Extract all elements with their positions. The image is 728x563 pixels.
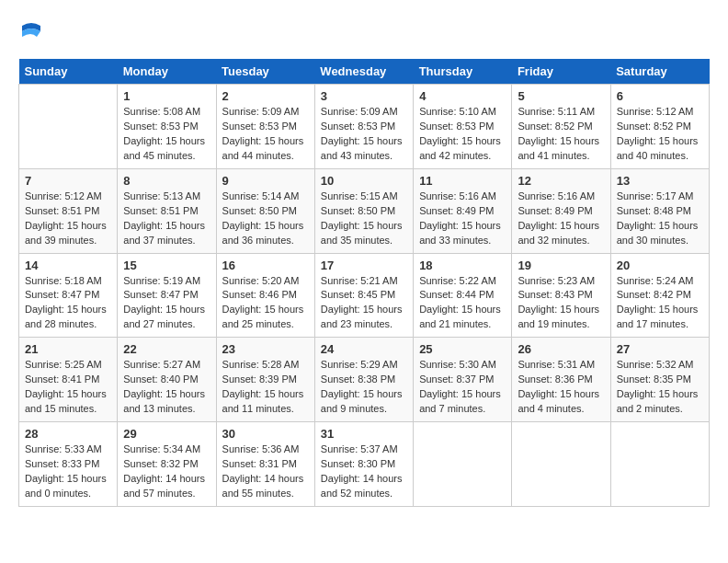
day-info: Sunrise: 5:29 AM Sunset: 8:38 PM Dayligh…	[321, 358, 407, 417]
day-cell: 16Sunrise: 5:20 AM Sunset: 8:46 PM Dayli…	[216, 253, 314, 338]
column-header-saturday: Saturday	[610, 59, 709, 85]
day-number: 15	[123, 259, 210, 272]
day-number: 6	[617, 89, 703, 103]
day-info: Sunrise: 5:12 AM Sunset: 8:51 PM Dayligh…	[25, 190, 111, 248]
week-row-3: 14Sunrise: 5:18 AM Sunset: 8:47 PM Dayli…	[19, 253, 710, 338]
week-row-1: 1Sunrise: 5:08 AM Sunset: 8:53 PM Daylig…	[19, 85, 710, 169]
day-cell: 6Sunrise: 5:12 AM Sunset: 8:52 PM Daylig…	[610, 85, 709, 169]
day-cell: 2Sunrise: 5:09 AM Sunset: 8:53 PM Daylig…	[216, 85, 314, 169]
day-info: Sunrise: 5:15 AM Sunset: 8:50 PM Dayligh…	[321, 190, 407, 248]
day-cell: 1Sunrise: 5:08 AM Sunset: 8:53 PM Daylig…	[118, 85, 216, 169]
day-info: Sunrise: 5:28 AM Sunset: 8:39 PM Dayligh…	[222, 358, 309, 417]
day-number: 12	[518, 174, 604, 188]
day-cell: 5Sunrise: 5:11 AM Sunset: 8:52 PM Daylig…	[512, 85, 610, 169]
day-cell: 31Sunrise: 5:37 AM Sunset: 8:30 PM Dayli…	[314, 422, 413, 507]
day-cell: 3Sunrise: 5:09 AM Sunset: 8:53 PM Daylig…	[314, 85, 413, 169]
day-info: Sunrise: 5:09 AM Sunset: 8:53 PM Dayligh…	[321, 105, 407, 164]
day-info: Sunrise: 5:33 AM Sunset: 8:33 PM Dayligh…	[25, 442, 111, 501]
day-number: 25	[419, 342, 506, 356]
day-number: 27	[617, 342, 703, 356]
day-info: Sunrise: 5:30 AM Sunset: 8:37 PM Dayligh…	[419, 358, 506, 417]
day-number: 28	[25, 427, 111, 441]
day-cell: 14Sunrise: 5:18 AM Sunset: 8:47 PM Dayli…	[19, 253, 118, 338]
day-info: Sunrise: 5:27 AM Sunset: 8:40 PM Dayligh…	[123, 358, 210, 417]
day-cell: 12Sunrise: 5:16 AM Sunset: 8:49 PM Dayli…	[512, 168, 610, 253]
day-info: Sunrise: 5:34 AM Sunset: 8:32 PM Dayligh…	[123, 442, 210, 501]
column-header-sunday: Sunday	[19, 59, 118, 85]
day-number: 16	[222, 259, 309, 272]
day-cell: 11Sunrise: 5:16 AM Sunset: 8:49 PM Dayli…	[414, 168, 512, 253]
day-number: 10	[321, 174, 407, 188]
day-cell: 30Sunrise: 5:36 AM Sunset: 8:31 PM Dayli…	[216, 422, 314, 507]
week-row-5: 28Sunrise: 5:33 AM Sunset: 8:33 PM Dayli…	[19, 422, 710, 507]
week-row-4: 21Sunrise: 5:25 AM Sunset: 8:41 PM Dayli…	[19, 338, 710, 422]
day-info: Sunrise: 5:32 AM Sunset: 8:35 PM Dayligh…	[617, 358, 703, 417]
day-number: 18	[419, 259, 506, 272]
day-info: Sunrise: 5:12 AM Sunset: 8:52 PM Dayligh…	[617, 105, 703, 164]
day-info: Sunrise: 5:25 AM Sunset: 8:41 PM Dayligh…	[25, 358, 111, 417]
day-cell: 7Sunrise: 5:12 AM Sunset: 8:51 PM Daylig…	[19, 168, 118, 253]
day-info: Sunrise: 5:24 AM Sunset: 8:42 PM Dayligh…	[617, 274, 703, 333]
day-info: Sunrise: 5:13 AM Sunset: 8:51 PM Dayligh…	[123, 190, 210, 248]
day-cell: 23Sunrise: 5:28 AM Sunset: 8:39 PM Dayli…	[216, 338, 314, 422]
day-number: 7	[25, 174, 111, 188]
day-number: 20	[617, 259, 703, 272]
day-info: Sunrise: 5:31 AM Sunset: 8:36 PM Dayligh…	[518, 358, 604, 417]
day-info: Sunrise: 5:11 AM Sunset: 8:52 PM Dayligh…	[518, 105, 604, 164]
day-info: Sunrise: 5:17 AM Sunset: 8:48 PM Dayligh…	[617, 190, 703, 248]
day-info: Sunrise: 5:18 AM Sunset: 8:47 PM Dayligh…	[25, 274, 111, 333]
day-number: 22	[123, 342, 210, 356]
day-cell: 4Sunrise: 5:10 AM Sunset: 8:53 PM Daylig…	[414, 85, 512, 169]
day-cell: 28Sunrise: 5:33 AM Sunset: 8:33 PM Dayli…	[19, 422, 118, 507]
day-cell	[512, 422, 610, 507]
day-info: Sunrise: 5:14 AM Sunset: 8:50 PM Dayligh…	[222, 190, 309, 248]
day-info: Sunrise: 5:23 AM Sunset: 8:43 PM Dayligh…	[518, 274, 604, 333]
column-header-thursday: Thursday	[414, 59, 512, 85]
day-cell: 13Sunrise: 5:17 AM Sunset: 8:48 PM Dayli…	[610, 168, 709, 253]
header-row: SundayMondayTuesdayWednesdayThursdayFrid…	[19, 59, 710, 85]
day-number: 24	[321, 342, 407, 356]
day-info: Sunrise: 5:10 AM Sunset: 8:53 PM Dayligh…	[419, 105, 506, 164]
day-number: 14	[25, 259, 111, 272]
day-cell	[610, 422, 709, 507]
day-cell: 29Sunrise: 5:34 AM Sunset: 8:32 PM Dayli…	[118, 422, 216, 507]
day-number: 31	[321, 427, 407, 441]
day-info: Sunrise: 5:37 AM Sunset: 8:30 PM Dayligh…	[321, 442, 407, 501]
day-number: 19	[518, 259, 604, 272]
day-number: 2	[222, 89, 309, 103]
logo	[18, 18, 48, 44]
day-cell: 18Sunrise: 5:22 AM Sunset: 8:44 PM Dayli…	[414, 253, 512, 338]
day-number: 30	[222, 427, 309, 441]
day-number: 29	[123, 427, 210, 441]
page-header	[18, 18, 710, 44]
day-cell: 19Sunrise: 5:23 AM Sunset: 8:43 PM Dayli…	[512, 253, 610, 338]
day-number: 23	[222, 342, 309, 356]
day-info: Sunrise: 5:20 AM Sunset: 8:46 PM Dayligh…	[222, 274, 309, 333]
day-cell: 24Sunrise: 5:29 AM Sunset: 8:38 PM Dayli…	[314, 338, 413, 422]
day-cell: 20Sunrise: 5:24 AM Sunset: 8:42 PM Dayli…	[610, 253, 709, 338]
day-number: 17	[321, 259, 407, 272]
day-info: Sunrise: 5:09 AM Sunset: 8:53 PM Dayligh…	[222, 105, 309, 164]
day-number: 26	[518, 342, 604, 356]
column-header-wednesday: Wednesday	[314, 59, 413, 85]
day-info: Sunrise: 5:21 AM Sunset: 8:45 PM Dayligh…	[321, 274, 407, 333]
day-info: Sunrise: 5:16 AM Sunset: 8:49 PM Dayligh…	[419, 190, 506, 248]
day-info: Sunrise: 5:36 AM Sunset: 8:31 PM Dayligh…	[222, 442, 309, 501]
day-cell	[19, 85, 118, 169]
day-cell: 9Sunrise: 5:14 AM Sunset: 8:50 PM Daylig…	[216, 168, 314, 253]
day-number: 11	[419, 174, 506, 188]
day-number: 1	[123, 89, 210, 103]
day-cell: 25Sunrise: 5:30 AM Sunset: 8:37 PM Dayli…	[414, 338, 512, 422]
day-cell: 22Sunrise: 5:27 AM Sunset: 8:40 PM Dayli…	[118, 338, 216, 422]
day-number: 3	[321, 89, 407, 103]
day-cell: 10Sunrise: 5:15 AM Sunset: 8:50 PM Dayli…	[314, 168, 413, 253]
column-header-friday: Friday	[512, 59, 610, 85]
day-number: 13	[617, 174, 703, 188]
day-number: 21	[25, 342, 111, 356]
day-cell: 27Sunrise: 5:32 AM Sunset: 8:35 PM Dayli…	[610, 338, 709, 422]
logo-icon	[18, 18, 44, 44]
week-row-2: 7Sunrise: 5:12 AM Sunset: 8:51 PM Daylig…	[19, 168, 710, 253]
day-info: Sunrise: 5:16 AM Sunset: 8:49 PM Dayligh…	[518, 190, 604, 248]
day-cell	[414, 422, 512, 507]
day-number: 5	[518, 89, 604, 103]
